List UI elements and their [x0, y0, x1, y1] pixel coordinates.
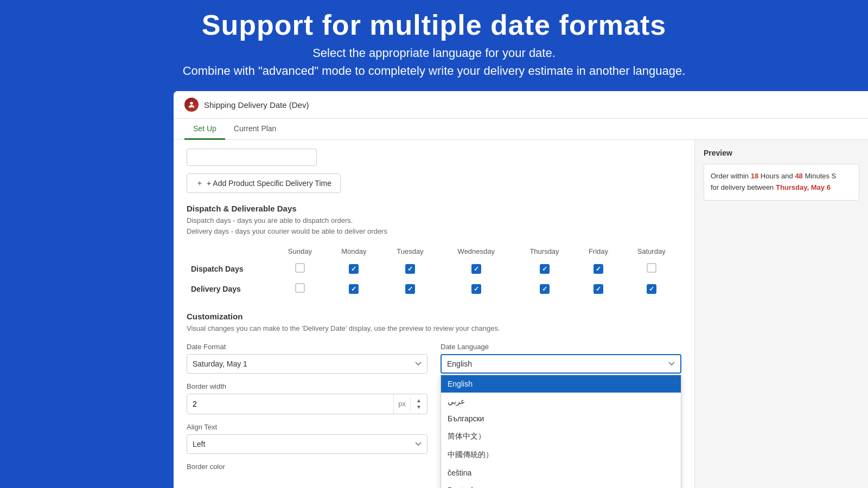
language-dropdown[interactable]: English عربي Български 简体中文） 中國傳統的） češt… — [441, 375, 681, 489]
monday-header: Monday — [327, 244, 381, 259]
border-width-label: Border width — [187, 382, 427, 390]
dispatch-section-desc: Dispatch days - days you are able to dis… — [187, 215, 681, 236]
border-width-up[interactable]: ▲ — [414, 397, 424, 404]
preview-minutes-suffix: Minutes S — [803, 172, 836, 180]
content-area: ＋ + Add Product Specific Delivery Time D… — [174, 140, 694, 488]
app-title: Shipping Delivery Date (Dev) — [204, 100, 309, 110]
thursday-header: Thursday — [513, 244, 575, 259]
date-language-label: Date Language — [441, 343, 681, 351]
date-format-group: Date Format Saturday, May 1 — [187, 343, 427, 374]
saturday-header: Saturday — [621, 244, 681, 259]
delivery-sunday-cb[interactable] — [295, 283, 305, 293]
date-language-group: Date Language English English عربي Бълга… — [441, 343, 681, 374]
days-empty-header — [187, 244, 273, 259]
dispatch-section-heading: Dispatch & Deliverable Days — [187, 204, 681, 213]
delivery-tuesday-cb[interactable] — [405, 284, 415, 294]
dispatch-friday-cb[interactable] — [593, 264, 603, 274]
dispatch-sunday-cb[interactable] — [295, 263, 305, 273]
hero-subtitle: Select the appropriate language for your… — [22, 44, 846, 80]
date-language-wrapper: English English عربي Български 简体中文） 中國傳… — [441, 354, 681, 374]
preview-minutes: 48 — [795, 172, 802, 180]
date-language-select[interactable]: English — [441, 354, 681, 374]
delivery-days-row: Delivery Days — [187, 279, 681, 299]
align-text-group: Align Text Left — [187, 423, 427, 454]
border-width-down[interactable]: ▼ — [414, 404, 424, 410]
lang-english[interactable]: English — [441, 375, 681, 393]
dispatch-tuesday-cb[interactable] — [405, 264, 415, 274]
hero-section: Support for multiple date formats Select… — [0, 0, 868, 87]
date-format-select[interactable]: Saturday, May 1 — [187, 354, 427, 374]
hero-title: Support for multiple date formats — [22, 10, 846, 41]
tab-setup[interactable]: Set Up — [184, 119, 225, 140]
top-partial — [187, 149, 681, 166]
app-window: Shipping Delivery Date (Dev) Set Up Curr… — [174, 91, 868, 488]
customization-desc: Visual changes you can make to the 'Deli… — [187, 323, 681, 334]
customization-section: Customization Visual changes you can mak… — [187, 312, 681, 471]
border-width-unit: px — [393, 394, 410, 414]
lang-german[interactable]: Deutsche — [441, 481, 681, 489]
tabs-bar: Set Up Current Plan — [174, 119, 868, 140]
delivery-friday-cb[interactable] — [593, 284, 603, 294]
lang-czech[interactable]: čeština — [441, 464, 681, 481]
preview-box: Order within 18 Hours and 48 Minutes S f… — [704, 164, 859, 201]
dispatch-days-label: Dispatch Days — [187, 259, 273, 279]
delivery-monday-cb[interactable] — [349, 284, 359, 294]
friday-header: Friday — [576, 244, 622, 259]
lang-bulgarian[interactable]: Български — [441, 410, 681, 427]
align-text-select[interactable]: Left — [187, 434, 427, 454]
preview-line1-prefix: Order within — [711, 172, 751, 180]
dispatch-wednesday-cb[interactable] — [471, 264, 481, 274]
app-icon — [184, 98, 199, 112]
delivery-thursday-cb[interactable] — [540, 284, 550, 294]
partial-input[interactable] — [187, 149, 317, 166]
add-product-icon: ＋ — [196, 178, 203, 188]
tab-current-plan[interactable]: Current Plan — [225, 119, 285, 140]
dispatch-days-row: Dispatch Days — [187, 259, 681, 279]
title-bar: Shipping Delivery Date (Dev) — [174, 91, 868, 119]
lang-chinese-simplified[interactable]: 简体中文） — [441, 427, 681, 446]
preview-hours: 18 — [751, 172, 758, 180]
delivery-saturday-cb[interactable] — [647, 284, 656, 294]
customization-heading: Customization — [187, 312, 681, 321]
delivery-wednesday-cb[interactable] — [471, 284, 481, 294]
main-content: ＋ + Add Product Specific Delivery Time D… — [174, 140, 868, 488]
preview-title: Preview — [704, 149, 859, 157]
border-width-input-wrapper: px ▲ ▼ — [187, 394, 427, 414]
add-product-button[interactable]: ＋ + Add Product Specific Delivery Time — [187, 174, 341, 193]
preview-day: Thursday, May 6 — [776, 183, 831, 191]
tuesday-header: Tuesday — [381, 244, 439, 259]
preview-panel: Preview Order within 18 Hours and 48 Min… — [694, 140, 868, 488]
format-language-row: Date Format Saturday, May 1 Date Languag… — [187, 343, 681, 374]
delivery-days-label: Delivery Days — [187, 279, 273, 299]
wednesday-header: Wednesday — [439, 244, 513, 259]
sunday-header: Sunday — [273, 244, 327, 259]
svg-point-0 — [190, 102, 193, 105]
border-width-group: Border width px ▲ ▼ — [187, 382, 427, 414]
align-text-label: Align Text — [187, 423, 427, 431]
border-width-spinner[interactable]: ▲ ▼ — [410, 397, 427, 410]
dispatch-thursday-cb[interactable] — [540, 264, 550, 274]
preview-hours-label: Hours and — [758, 172, 795, 180]
days-table: Sunday Monday Tuesday Wednesday Thursday… — [187, 244, 681, 299]
lang-chinese-traditional[interactable]: 中國傳統的） — [441, 446, 681, 464]
border-width-input[interactable] — [187, 394, 393, 414]
dispatch-saturday-cb[interactable] — [647, 263, 656, 273]
lang-arabic[interactable]: عربي — [441, 393, 681, 410]
date-format-label: Date Format — [187, 343, 427, 351]
dispatch-monday-cb[interactable] — [349, 264, 359, 274]
preview-line2-prefix: for delivery between — [711, 183, 776, 191]
